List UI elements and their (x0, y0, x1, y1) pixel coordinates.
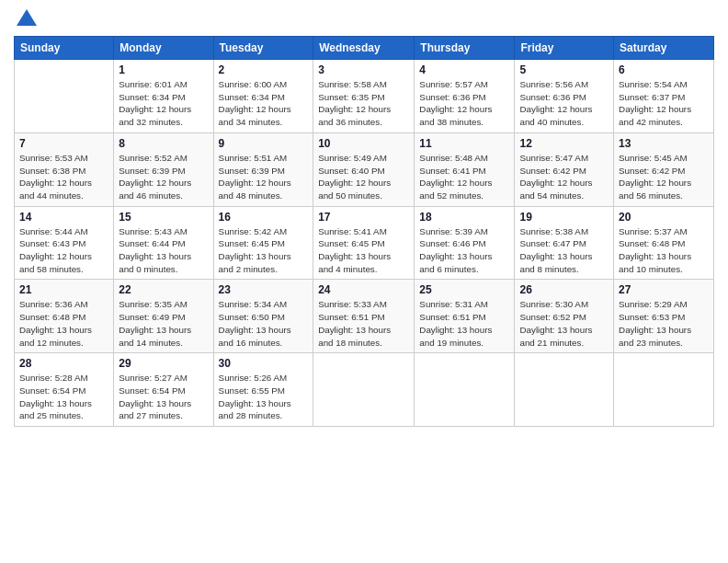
calendar-cell (313, 353, 415, 427)
calendar-cell: 26Sunrise: 5:30 AMSunset: 6:52 PMDayligh… (515, 280, 614, 353)
day-number: 22 (119, 283, 208, 296)
day-info: Sunrise: 5:33 AMSunset: 6:51 PMDaylight:… (318, 298, 409, 349)
calendar-cell: 5Sunrise: 5:56 AMSunset: 6:36 PMDaylight… (515, 60, 614, 133)
day-info: Sunrise: 5:30 AMSunset: 6:52 PMDaylight:… (519, 298, 609, 349)
day-number: 8 (119, 137, 208, 150)
day-number: 29 (119, 357, 208, 370)
day-number: 18 (419, 211, 509, 224)
col-wednesday: Wednesday (313, 37, 415, 60)
day-info: Sunrise: 5:37 AMSunset: 6:48 PMDaylight:… (619, 225, 709, 276)
day-info: Sunrise: 5:39 AMSunset: 6:46 PMDaylight:… (419, 225, 509, 276)
day-info: Sunrise: 5:34 AMSunset: 6:50 PMDaylight:… (219, 298, 309, 349)
col-sunday: Sunday (15, 37, 114, 60)
day-number: 20 (619, 211, 709, 224)
calendar-cell: 19Sunrise: 5:38 AMSunset: 6:47 PMDayligh… (515, 206, 614, 280)
day-info: Sunrise: 5:35 AMSunset: 6:49 PMDaylight:… (119, 298, 208, 349)
calendar-cell: 21Sunrise: 5:36 AMSunset: 6:48 PMDayligh… (15, 280, 114, 353)
calendar-cell: 4Sunrise: 5:57 AMSunset: 6:36 PMDaylight… (415, 60, 515, 133)
page-container: Sunday Monday Tuesday Wednesday Thursday… (0, 0, 728, 436)
day-number: 3 (318, 63, 409, 76)
calendar-cell (415, 353, 515, 427)
day-number: 25 (419, 283, 509, 296)
day-number: 6 (619, 63, 709, 76)
day-info: Sunrise: 5:41 AMSunset: 6:45 PMDaylight:… (318, 225, 409, 276)
calendar-cell: 2Sunrise: 6:00 AMSunset: 6:34 PMDaylight… (213, 60, 313, 133)
day-number: 1 (119, 63, 208, 76)
day-info: Sunrise: 5:49 AMSunset: 6:40 PMDaylight:… (318, 152, 409, 202)
calendar: Sunday Monday Tuesday Wednesday Thursday… (14, 36, 714, 427)
day-number: 9 (219, 137, 309, 150)
day-info: Sunrise: 5:28 AMSunset: 6:54 PMDaylight:… (19, 372, 108, 422)
day-info: Sunrise: 5:53 AMSunset: 6:38 PMDaylight:… (19, 152, 108, 202)
day-info: Sunrise: 5:51 AMSunset: 6:39 PMDaylight:… (219, 152, 309, 202)
calendar-header-row: Sunday Monday Tuesday Wednesday Thursday… (15, 37, 714, 60)
calendar-cell: 13Sunrise: 5:45 AMSunset: 6:42 PMDayligh… (614, 132, 714, 206)
svg-marker-0 (17, 9, 37, 26)
day-info: Sunrise: 5:57 AMSunset: 6:36 PMDaylight:… (419, 78, 509, 129)
day-number: 19 (519, 211, 609, 224)
calendar-cell: 10Sunrise: 5:49 AMSunset: 6:40 PMDayligh… (313, 132, 415, 206)
calendar-row: 14Sunrise: 5:44 AMSunset: 6:43 PMDayligh… (15, 206, 714, 280)
calendar-cell: 1Sunrise: 6:01 AMSunset: 6:34 PMDaylight… (114, 60, 213, 133)
day-info: Sunrise: 5:27 AMSunset: 6:54 PMDaylight:… (119, 372, 208, 422)
col-tuesday: Tuesday (213, 37, 313, 60)
day-info: Sunrise: 5:47 AMSunset: 6:42 PMDaylight:… (519, 152, 609, 202)
calendar-cell: 27Sunrise: 5:29 AMSunset: 6:53 PMDayligh… (614, 280, 714, 353)
day-info: Sunrise: 5:42 AMSunset: 6:45 PMDaylight:… (219, 225, 309, 276)
col-saturday: Saturday (614, 37, 714, 60)
calendar-row: 21Sunrise: 5:36 AMSunset: 6:48 PMDayligh… (15, 280, 714, 353)
day-number: 23 (219, 283, 309, 296)
calendar-cell: 7Sunrise: 5:53 AMSunset: 6:38 PMDaylight… (15, 132, 114, 206)
calendar-cell: 16Sunrise: 5:42 AMSunset: 6:45 PMDayligh… (213, 206, 313, 280)
calendar-cell: 23Sunrise: 5:34 AMSunset: 6:50 PMDayligh… (213, 280, 313, 353)
day-info: Sunrise: 5:38 AMSunset: 6:47 PMDaylight:… (519, 225, 609, 276)
calendar-cell: 24Sunrise: 5:33 AMSunset: 6:51 PMDayligh… (313, 280, 415, 353)
day-info: Sunrise: 5:29 AMSunset: 6:53 PMDaylight:… (619, 298, 709, 349)
day-number: 13 (619, 137, 709, 150)
calendar-cell: 3Sunrise: 5:58 AMSunset: 6:35 PMDaylight… (313, 60, 415, 133)
calendar-cell (15, 60, 114, 133)
day-number: 26 (519, 283, 609, 296)
day-number: 4 (419, 63, 509, 76)
day-info: Sunrise: 5:44 AMSunset: 6:43 PMDaylight:… (19, 225, 108, 276)
calendar-row: 7Sunrise: 5:53 AMSunset: 6:38 PMDaylight… (15, 132, 714, 206)
calendar-cell: 20Sunrise: 5:37 AMSunset: 6:48 PMDayligh… (614, 206, 714, 280)
day-info: Sunrise: 5:26 AMSunset: 6:55 PMDaylight:… (219, 372, 309, 422)
day-number: 15 (119, 211, 208, 224)
col-monday: Monday (114, 37, 213, 60)
calendar-cell: 14Sunrise: 5:44 AMSunset: 6:43 PMDayligh… (15, 206, 114, 280)
day-number: 21 (19, 283, 108, 296)
day-number: 2 (219, 63, 309, 76)
calendar-cell: 11Sunrise: 5:48 AMSunset: 6:41 PMDayligh… (415, 132, 515, 206)
logo (14, 9, 39, 29)
col-thursday: Thursday (415, 37, 515, 60)
day-info: Sunrise: 6:00 AMSunset: 6:34 PMDaylight:… (219, 78, 309, 129)
calendar-cell (614, 353, 714, 427)
col-friday: Friday (515, 37, 614, 60)
day-number: 12 (519, 137, 609, 150)
day-info: Sunrise: 6:01 AMSunset: 6:34 PMDaylight:… (119, 78, 208, 129)
day-number: 30 (219, 357, 309, 370)
day-info: Sunrise: 5:58 AMSunset: 6:35 PMDaylight:… (318, 78, 409, 129)
day-info: Sunrise: 5:52 AMSunset: 6:39 PMDaylight:… (119, 152, 208, 202)
day-number: 11 (419, 137, 509, 150)
calendar-cell: 29Sunrise: 5:27 AMSunset: 6:54 PMDayligh… (114, 353, 213, 427)
calendar-cell: 6Sunrise: 5:54 AMSunset: 6:37 PMDaylight… (614, 60, 714, 133)
day-info: Sunrise: 5:54 AMSunset: 6:37 PMDaylight:… (619, 78, 709, 129)
day-number: 16 (219, 211, 309, 224)
calendar-cell: 8Sunrise: 5:52 AMSunset: 6:39 PMDaylight… (114, 132, 213, 206)
day-info: Sunrise: 5:45 AMSunset: 6:42 PMDaylight:… (619, 152, 709, 202)
logo-icon (15, 7, 39, 31)
day-info: Sunrise: 5:56 AMSunset: 6:36 PMDaylight:… (519, 78, 609, 129)
day-number: 5 (519, 63, 609, 76)
day-number: 10 (318, 137, 409, 150)
calendar-cell: 22Sunrise: 5:35 AMSunset: 6:49 PMDayligh… (114, 280, 213, 353)
day-number: 17 (318, 211, 409, 224)
calendar-cell: 25Sunrise: 5:31 AMSunset: 6:51 PMDayligh… (415, 280, 515, 353)
day-number: 14 (19, 211, 108, 224)
day-number: 7 (19, 137, 108, 150)
calendar-cell (515, 353, 614, 427)
day-info: Sunrise: 5:48 AMSunset: 6:41 PMDaylight:… (419, 152, 509, 202)
calendar-cell: 18Sunrise: 5:39 AMSunset: 6:46 PMDayligh… (415, 206, 515, 280)
day-number: 27 (619, 283, 709, 296)
